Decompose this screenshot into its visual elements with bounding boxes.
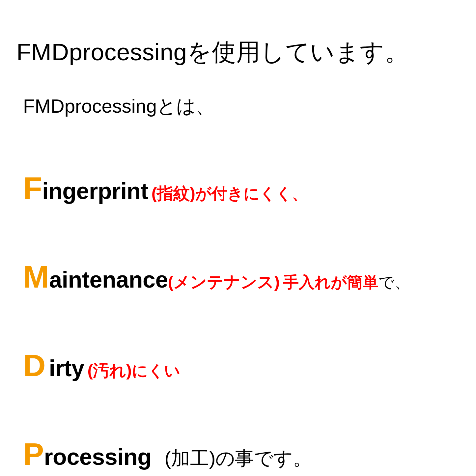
row-fingerprint: Fingerprint(指紋)が付きにくく、: [16, 170, 460, 206]
word-fingerprint: ingerprint: [42, 178, 148, 204]
tail-processing: の事です。: [215, 447, 312, 469]
subheading: FMDprocessingとは、: [16, 94, 460, 119]
paren-dirty: (汚れ): [88, 361, 132, 380]
paren-processing: (加工): [165, 447, 216, 469]
paren-maintenance: (メンテナンス): [168, 273, 280, 291]
initial-m: M: [23, 259, 49, 294]
desc-maintenance: 手入れが簡単: [283, 273, 378, 291]
heading: FMDprocessingを使用しています。: [16, 36, 460, 69]
word-maintenance: aintenance: [49, 267, 168, 293]
row-maintenance: Maintenance(メンテナンス)手入れが簡単で、: [16, 259, 460, 295]
row-dirty: Dirty(汚れ)にくい: [16, 348, 460, 383]
word-processing: rocessing: [44, 444, 151, 470]
desc-fingerprint: が付きにくく、: [195, 185, 308, 202]
word-dirty: irty: [49, 355, 84, 381]
paren-fingerprint: (指紋): [152, 184, 195, 203]
initial-p: P: [23, 436, 44, 471]
row-processing: Processing(加工)の事です。: [16, 436, 460, 472]
initial-f: F: [23, 171, 42, 206]
initial-d: D: [23, 348, 46, 383]
tail-maintenance: で、: [378, 273, 410, 291]
desc-dirty: にくい: [132, 362, 180, 379]
